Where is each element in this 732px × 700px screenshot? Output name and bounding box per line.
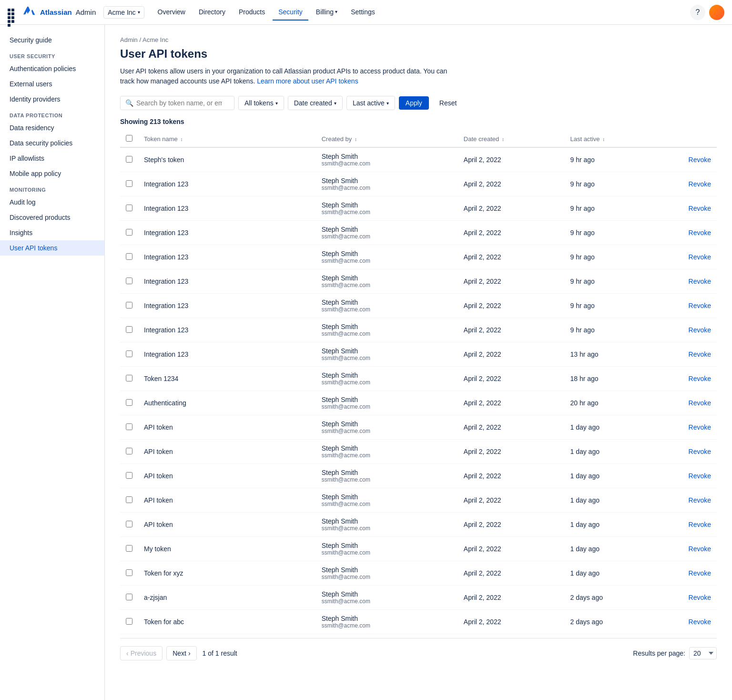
table-row: Authenticating Steph Smith ssmith@acme.c… bbox=[120, 391, 717, 415]
revoke-button[interactable]: Revoke bbox=[689, 521, 711, 528]
date-created-cell: April 2, 2022 bbox=[458, 318, 565, 342]
revoke-button[interactable]: Revoke bbox=[689, 423, 711, 431]
revoke-button[interactable]: Revoke bbox=[689, 156, 711, 164]
row-checkbox[interactable] bbox=[126, 521, 132, 527]
select-all-checkbox[interactable] bbox=[126, 135, 132, 142]
row-checkbox[interactable] bbox=[126, 496, 132, 503]
row-checkbox[interactable] bbox=[126, 375, 132, 381]
row-checkbox[interactable] bbox=[126, 156, 132, 163]
row-checkbox[interactable] bbox=[126, 545, 132, 552]
creator-email: ssmith@acme.com bbox=[322, 160, 452, 167]
row-checkbox[interactable] bbox=[126, 229, 132, 236]
creator-email: ssmith@acme.com bbox=[322, 233, 452, 240]
sidebar-item-identity-providers[interactable]: Identity providers bbox=[0, 92, 104, 107]
revoke-button[interactable]: Revoke bbox=[689, 545, 711, 553]
revoke-button[interactable]: Revoke bbox=[689, 302, 711, 309]
creator-name: Steph Smith bbox=[322, 542, 452, 549]
results-per-page-select[interactable]: 20 10 50 100 bbox=[689, 647, 717, 659]
sidebar-item-external-users[interactable]: External users bbox=[0, 76, 104, 92]
row-checkbox-cell bbox=[120, 269, 138, 294]
sidebar-item-data-residency[interactable]: Data residency bbox=[0, 120, 104, 135]
revoke-button[interactable]: Revoke bbox=[689, 326, 711, 334]
date-created-header[interactable]: Date created ↕ bbox=[458, 131, 565, 147]
row-checkbox[interactable] bbox=[126, 423, 132, 430]
sidebar-item-ip-allowlists[interactable]: IP allowlists bbox=[0, 151, 104, 166]
revoke-button[interactable]: Revoke bbox=[689, 399, 711, 407]
row-checkbox[interactable] bbox=[126, 253, 132, 260]
row-checkbox[interactable] bbox=[126, 472, 132, 479]
last-active-header[interactable]: Last active ↕ bbox=[564, 131, 653, 147]
sidebar-item-data-security[interactable]: Data security policies bbox=[0, 135, 104, 151]
revoke-button[interactable]: Revoke bbox=[689, 448, 711, 455]
next-button[interactable]: Next › bbox=[166, 646, 196, 660]
revoke-button[interactable]: Revoke bbox=[689, 618, 711, 626]
previous-button[interactable]: ‹ Previous bbox=[120, 646, 163, 660]
active-filter-button[interactable]: Last active ▾ bbox=[346, 96, 395, 110]
row-checkbox[interactable] bbox=[126, 180, 132, 187]
admin-text: Admin bbox=[76, 8, 96, 16]
creator-name: Steph Smith bbox=[322, 347, 452, 355]
nav-billing[interactable]: Billing ▾ bbox=[310, 4, 343, 21]
revoke-button[interactable]: Revoke bbox=[689, 350, 711, 358]
nav-overview[interactable]: Overview bbox=[152, 4, 191, 21]
revoke-button[interactable]: Revoke bbox=[689, 472, 711, 480]
revoke-button[interactable]: Revoke bbox=[689, 205, 711, 212]
row-checkbox[interactable] bbox=[126, 448, 132, 454]
sidebar-security-guide[interactable]: Security guide bbox=[0, 32, 104, 48]
revoke-button[interactable]: Revoke bbox=[689, 496, 711, 504]
action-cell: Revoke bbox=[653, 294, 717, 318]
revoke-button[interactable]: Revoke bbox=[689, 594, 711, 601]
token-name-header[interactable]: Token name ↕ bbox=[138, 131, 316, 147]
sidebar-item-insights[interactable]: Insights bbox=[0, 225, 104, 240]
row-checkbox[interactable] bbox=[126, 278, 132, 284]
sidebar-item-discovered-products[interactable]: Discovered products bbox=[0, 210, 104, 225]
revoke-button[interactable]: Revoke bbox=[689, 229, 711, 237]
row-checkbox[interactable] bbox=[126, 350, 132, 357]
row-checkbox[interactable] bbox=[126, 569, 132, 576]
revoke-button[interactable]: Revoke bbox=[689, 375, 711, 382]
top-nav: Atlassian Admin Acme Inc ▾ Overview Dire… bbox=[0, 0, 732, 25]
revoke-button[interactable]: Revoke bbox=[689, 278, 711, 285]
row-checkbox-cell bbox=[120, 172, 138, 196]
date-filter-button[interactable]: Date created ▾ bbox=[288, 96, 343, 110]
sidebar-item-auth-policies[interactable]: Authentication policies bbox=[0, 61, 104, 76]
creator-name: Steph Smith bbox=[322, 323, 452, 330]
row-checkbox[interactable] bbox=[126, 594, 132, 600]
revoke-button[interactable]: Revoke bbox=[689, 180, 711, 188]
row-checkbox[interactable] bbox=[126, 302, 132, 309]
row-checkbox[interactable] bbox=[126, 205, 132, 211]
action-cell: Revoke bbox=[653, 221, 717, 245]
nav-settings[interactable]: Settings bbox=[345, 4, 381, 21]
user-avatar[interactable] bbox=[709, 5, 724, 20]
apply-button[interactable]: Apply bbox=[399, 96, 429, 110]
row-checkbox-cell bbox=[120, 391, 138, 415]
table-row: Token for xyz Steph Smith ssmith@acme.co… bbox=[120, 561, 717, 586]
created-by-header[interactable]: Created by ↕ bbox=[316, 131, 458, 147]
learn-more-link[interactable]: Learn more about user API tokens bbox=[257, 77, 358, 85]
action-cell: Revoke bbox=[653, 196, 717, 221]
app-switcher-icon[interactable] bbox=[8, 9, 15, 16]
sidebar-item-audit-log[interactable]: Audit log bbox=[0, 195, 104, 210]
org-selector[interactable]: Acme Inc ▾ bbox=[103, 6, 144, 19]
help-button[interactable]: ? bbox=[690, 5, 705, 20]
nav-security[interactable]: Security bbox=[273, 4, 308, 21]
row-checkbox[interactable] bbox=[126, 618, 132, 625]
row-checkbox[interactable] bbox=[126, 399, 132, 406]
revoke-button[interactable]: Revoke bbox=[689, 253, 711, 261]
revoke-button[interactable]: Revoke bbox=[689, 569, 711, 577]
breadcrumb-admin[interactable]: Admin bbox=[120, 36, 138, 43]
atlassian-logo[interactable]: Atlassian Admin bbox=[23, 6, 96, 19]
select-all-header[interactable] bbox=[120, 131, 138, 147]
date-created-cell: April 2, 2022 bbox=[458, 586, 565, 610]
pagination: ‹ Previous Next › 1 of 1 result Results … bbox=[120, 638, 717, 668]
row-checkbox[interactable] bbox=[126, 326, 132, 333]
sidebar-item-user-api-tokens[interactable]: User API tokens bbox=[0, 240, 104, 256]
action-cell: Revoke bbox=[653, 537, 717, 561]
nav-directory[interactable]: Directory bbox=[193, 4, 231, 21]
token-filter-button[interactable]: All tokens ▾ bbox=[238, 96, 284, 110]
breadcrumb-org[interactable]: Acme Inc bbox=[142, 36, 168, 43]
reset-button[interactable]: Reset bbox=[433, 96, 464, 110]
search-input[interactable] bbox=[136, 99, 222, 107]
nav-products[interactable]: Products bbox=[233, 4, 271, 21]
sidebar-item-mobile-app[interactable]: Mobile app policy bbox=[0, 166, 104, 181]
